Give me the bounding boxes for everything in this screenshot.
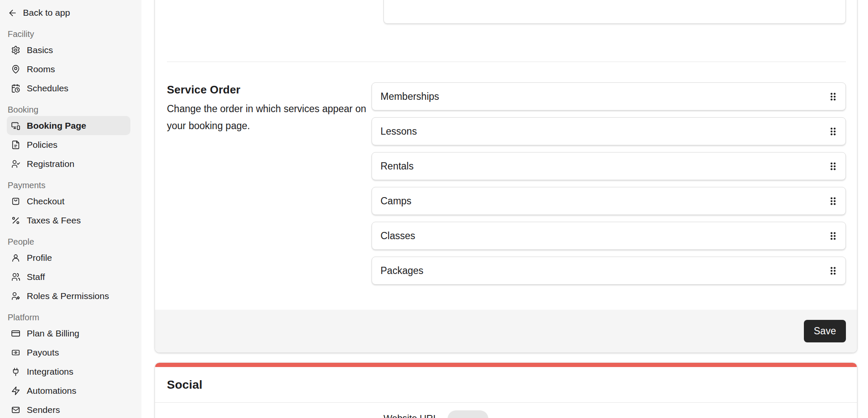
grip-vertical-icon[interactable] xyxy=(827,230,839,242)
sidebar-item-label: Plan & Billing xyxy=(27,328,79,339)
sidebar-item-label: Automations xyxy=(27,386,76,396)
sidebar-item-label: Booking Page xyxy=(27,121,86,131)
sidebar-item-checkout[interactable]: Checkout xyxy=(7,192,130,211)
main-content: Service Order Change the order in which … xyxy=(141,0,868,418)
back-to-app-button[interactable]: Back to app xyxy=(7,3,130,22)
grip-vertical-icon[interactable] xyxy=(827,91,839,102)
service-row-rentals[interactable]: Rentals xyxy=(372,152,846,180)
arrow-left-icon xyxy=(8,8,17,18)
accent-bar xyxy=(155,363,857,367)
website-url-badge xyxy=(448,410,488,418)
sidebar-item-roles-permissions[interactable]: Roles & Permissions xyxy=(7,286,130,305)
sidebar-item-label: Integrations xyxy=(27,367,73,377)
sidebar-item-integrations[interactable]: Integrations xyxy=(7,362,130,381)
grip-vertical-icon[interactable] xyxy=(827,161,839,172)
sidebar-item-label: Senders xyxy=(27,405,60,415)
service-row-classes[interactable]: Classes xyxy=(372,222,846,250)
zap-icon xyxy=(11,386,20,395)
credit-card-icon xyxy=(11,329,20,338)
percent-icon xyxy=(11,216,20,225)
map-pin-icon xyxy=(11,65,20,74)
service-label: Camps xyxy=(380,195,411,207)
users-icon xyxy=(11,272,20,282)
sidebar-item-basics[interactable]: Basics xyxy=(7,40,130,59)
file-text-icon xyxy=(11,140,20,150)
sidebar-item-label: Rooms xyxy=(27,64,55,74)
sidebar-item-label: Checkout xyxy=(27,196,65,206)
gear-icon xyxy=(11,45,20,55)
sidebar-section-heading: People xyxy=(7,235,130,248)
sidebar-item-staff[interactable]: Staff xyxy=(7,267,130,286)
sidebar-item-senders[interactable]: Senders xyxy=(7,400,130,418)
sidebar-item-label: Taxes & Fees xyxy=(27,215,81,226)
sidebar-section-heading: Payments xyxy=(7,179,130,192)
service-order-section: Service Order Change the order in which … xyxy=(155,82,857,291)
section-divider xyxy=(167,62,846,62)
social-card-body: Website URL xyxy=(155,403,857,418)
sidebar-section-heading: Booking xyxy=(7,103,130,116)
sidebar-item-booking-page[interactable]: Booking Page xyxy=(7,116,130,135)
user-check-icon xyxy=(11,159,20,169)
mail-icon xyxy=(11,405,20,415)
sidebar-item-taxes-fees[interactable]: Taxes & Fees xyxy=(7,211,130,230)
sidebar-item-payouts[interactable]: Payouts xyxy=(7,343,130,362)
service-row-packages[interactable]: Packages xyxy=(372,257,846,285)
service-label: Memberships xyxy=(380,91,439,102)
sidebar-item-plan-billing[interactable]: Plan & Billing xyxy=(7,324,130,343)
sidebar-item-label: Registration xyxy=(27,159,74,169)
sidebar-item-registration[interactable]: Registration xyxy=(7,154,130,173)
sidebar-item-schedules[interactable]: Schedules xyxy=(7,79,130,98)
service-order-title: Service Order xyxy=(167,83,372,96)
save-button[interactable]: Save xyxy=(804,320,846,342)
sidebar-sections: FacilityBasicsRoomsSchedulesBookingBooki… xyxy=(7,28,130,418)
service-label: Classes xyxy=(380,230,415,242)
service-order-info: Service Order Change the order in which … xyxy=(155,82,372,291)
user-icon xyxy=(11,253,20,263)
grip-vertical-icon[interactable] xyxy=(827,126,839,137)
form-field-box[interactable] xyxy=(383,0,846,24)
shopping-bag-icon xyxy=(11,197,20,206)
service-order-list: MembershipsLessonsRentalsCampsClassesPac… xyxy=(372,82,846,291)
back-to-app-label: Back to app xyxy=(23,8,70,18)
social-card: Social Website URL xyxy=(155,363,857,418)
sidebar-item-profile[interactable]: Profile xyxy=(7,248,130,267)
sidebar-item-label: Basics xyxy=(27,45,53,55)
service-label: Lessons xyxy=(380,126,417,137)
calendar-clock-icon xyxy=(11,84,20,93)
page: { "sidebar": { "back": { "label": "Back … xyxy=(0,0,868,418)
website-url-label: Website URL xyxy=(383,410,438,418)
sidebar-section-heading: Facility xyxy=(7,28,130,40)
grip-vertical-icon[interactable] xyxy=(827,195,839,207)
social-card-header: Social xyxy=(155,367,857,403)
service-order-description: Change the order in which services appea… xyxy=(167,100,366,134)
service-label: Rentals xyxy=(380,161,414,172)
sidebar-item-label: Policies xyxy=(27,140,57,150)
sidebar-item-automations[interactable]: Automations xyxy=(7,381,130,400)
sidebar-item-label: Payouts xyxy=(27,347,59,358)
sidebar-item-policies[interactable]: Policies xyxy=(7,135,130,154)
social-title: Social xyxy=(167,378,203,392)
card-footer: Save xyxy=(155,310,857,353)
service-row-memberships[interactable]: Memberships xyxy=(372,82,846,110)
sidebar-item-rooms[interactable]: Rooms xyxy=(7,59,130,79)
service-row-lessons[interactable]: Lessons xyxy=(372,117,846,145)
service-label: Packages xyxy=(380,265,423,277)
plug-icon xyxy=(11,367,20,376)
sidebar: Back to app FacilityBasicsRoomsSchedules… xyxy=(0,0,141,418)
banknote-icon xyxy=(11,348,20,357)
sidebar-section-heading: Platform xyxy=(7,311,130,324)
monitor-smartphone-icon xyxy=(11,121,20,130)
user-gear-icon xyxy=(11,291,20,301)
sidebar-item-label: Schedules xyxy=(27,83,68,93)
grip-vertical-icon[interactable] xyxy=(827,265,839,277)
sidebar-item-label: Profile xyxy=(27,253,52,263)
booking-page-settings-card: Service Order Change the order in which … xyxy=(155,0,857,353)
sidebar-item-label: Staff xyxy=(27,272,45,282)
sidebar-item-label: Roles & Permissions xyxy=(27,291,109,301)
service-row-camps[interactable]: Camps xyxy=(372,187,846,215)
